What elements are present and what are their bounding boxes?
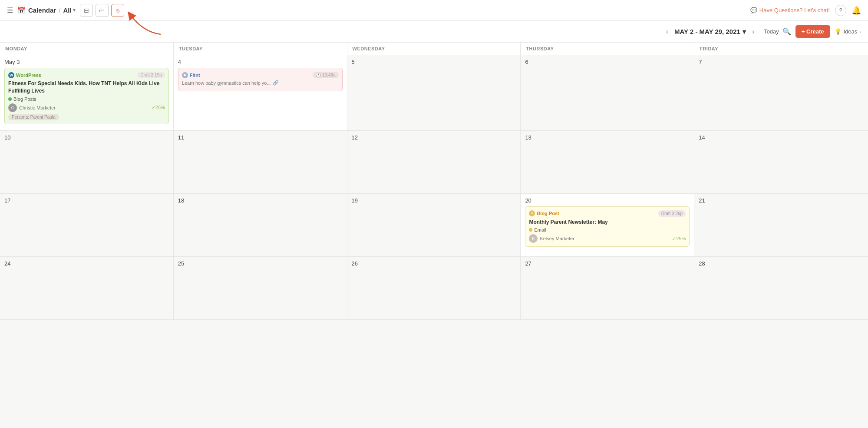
day-num-10: 10 xyxy=(4,134,169,141)
event-status-time: 🕐 10:46a xyxy=(313,72,339,78)
nav-icons: ⊟ ▭ ⎋ xyxy=(80,4,124,17)
event-status-blog: Draft 2:26p xyxy=(658,210,686,217)
calendar-range-title[interactable]: MAY 2 - MAY 29, 2021 ▾ xyxy=(674,28,746,36)
event-header-fltnt: ▶ Fltnt 🕐 10:46a xyxy=(182,72,339,78)
cell-may14: 14 xyxy=(694,131,868,193)
search-button[interactable]: 🔍 xyxy=(782,27,791,36)
header-monday: MONDAY xyxy=(0,43,174,55)
calendar-grid: MONDAY TUESDAY WEDNESDAY THURSDAY FRIDAY… xyxy=(0,43,868,320)
next-period-button[interactable]: › xyxy=(750,26,756,37)
day-num-13: 13 xyxy=(525,134,690,141)
assignee-name: Christie Marketer xyxy=(19,105,152,110)
blog-icon: ≡ xyxy=(529,210,535,216)
range-chevron: ▾ xyxy=(743,28,746,36)
fltnt-icon: ▶ xyxy=(182,72,188,78)
event-footer-blog: K Kelsey Marketer ✓25% xyxy=(529,234,686,243)
help-icon: ? xyxy=(839,7,842,13)
help-button[interactable]: ? xyxy=(835,5,846,16)
share-button[interactable]: ⎋ xyxy=(111,4,124,17)
brand-name-fltnt: Fltnt xyxy=(190,73,200,78)
event-header-blog: ≡ Blog Post Draft 2:26p xyxy=(529,210,686,217)
header-tuesday: TUESDAY xyxy=(174,43,347,55)
brand-name-wordpress: WordPress xyxy=(16,73,41,78)
day-num-26: 26 xyxy=(352,260,516,267)
assignee-kelsey: Kelsey Marketer xyxy=(540,236,672,241)
today-button[interactable]: Today xyxy=(760,27,782,36)
top-nav: ☰ 📅 Calendar / All ▾ ⊟ ▭ ⎋ xyxy=(0,0,868,21)
ideas-label: Ideas xyxy=(844,28,858,35)
progress-25: ✓25% xyxy=(152,105,165,110)
cell-may6: 6 xyxy=(521,55,694,130)
event-wordpress[interactable]: W WordPress Draft 2:19p Fitness For Spec… xyxy=(4,68,169,124)
week-3: 17 18 19 20 ≡ Blog Post Draft 2:26p xyxy=(0,194,868,257)
hamburger-icon[interactable]: ☰ xyxy=(7,6,13,14)
cell-may18: 18 xyxy=(174,194,347,256)
event-blogpost[interactable]: ≡ Blog Post Draft 2:26p Monthly Parent N… xyxy=(525,206,690,247)
day-num-28: 28 xyxy=(699,260,864,267)
event-desc-text: Learn how baby gymnastics can help yo... xyxy=(182,80,271,86)
all-filter[interactable]: All ▾ xyxy=(63,7,75,14)
cal-nav-right: 🔍 + Create 💡 Ideas › xyxy=(782,25,861,38)
clock-icon: 🕐 xyxy=(316,73,321,77)
chat-link[interactable]: 💬 Have Questions? Let's chat! xyxy=(750,7,830,13)
day-num-19: 19 xyxy=(352,197,516,204)
top-nav-left: ☰ 📅 Calendar / All ▾ ⊟ ▭ ⎋ xyxy=(7,4,750,17)
category-dot xyxy=(8,97,12,101)
cell-may26: 26 xyxy=(347,257,521,319)
prev-period-button[interactable]: ‹ xyxy=(664,26,670,37)
cell-may12: 12 xyxy=(347,131,521,193)
create-button[interactable]: + Create xyxy=(795,25,830,38)
day-num-21: 21 xyxy=(699,197,864,204)
event-category-email: Email xyxy=(529,227,686,232)
cell-may4: 4 ▶ Fltnt 🕐 10:46a Learn how baby gym xyxy=(174,55,347,130)
breadcrumb-sep: / xyxy=(59,7,60,14)
calendar-weeks: May 3 W WordPress Draft 2:19p Fitness Fo… xyxy=(0,55,868,320)
desktop-icon: ▭ xyxy=(99,7,105,14)
cell-may20: 20 ≡ Blog Post Draft 2:26p Monthly Paren… xyxy=(521,194,694,256)
avatar-christie: C xyxy=(8,103,17,112)
cell-may25: 25 xyxy=(174,257,347,319)
search-icon: 🔍 xyxy=(782,28,791,35)
cell-may5: 5 xyxy=(347,55,521,130)
day-num-27: 27 xyxy=(525,260,690,267)
event-brand-wordpress: W WordPress xyxy=(8,72,41,78)
event-title-newsletter: Monthly Parent Newsletter: May xyxy=(529,219,686,226)
desktop-view-button[interactable]: ▭ xyxy=(96,4,109,17)
cell-may13: 13 xyxy=(521,131,694,193)
day-num-18: 18 xyxy=(178,197,343,204)
day-num-4: 4 xyxy=(178,59,343,65)
ideas-button[interactable]: 💡 Ideas › xyxy=(835,28,861,35)
event-fltnt[interactable]: ▶ Fltnt 🕐 10:46a Learn how baby gymnasti… xyxy=(178,68,343,91)
cell-may24: 24 xyxy=(0,257,174,319)
ideas-chevron: › xyxy=(859,29,861,34)
all-label: All xyxy=(63,7,71,14)
persona-tag: Persona: Parent Paula xyxy=(8,114,59,120)
link-icon: 🔗 xyxy=(273,80,279,86)
chat-label: Have Questions? Let's chat! xyxy=(759,7,830,13)
calendar-nav: ‹ MAY 2 - MAY 29, 2021 ▾ › Today 🔍 + Cre… xyxy=(0,21,868,43)
week-4: 24 25 26 27 28 xyxy=(0,257,868,320)
day-num-may3: May 3 xyxy=(4,59,169,65)
header-thursday: THURSDAY xyxy=(521,43,694,55)
event-footer-1: C Christie Marketer ✓25% xyxy=(8,103,165,112)
week-1: May 3 W WordPress Draft 2:19p Fitness Fo… xyxy=(0,55,868,131)
avatar-kelsey: K xyxy=(529,234,538,243)
event-category-blog: Blog Posts xyxy=(8,96,165,102)
day-num-20: 20 xyxy=(525,197,690,204)
brand-name-blog: Blog Post xyxy=(537,211,559,216)
filter-button[interactable]: ⊟ xyxy=(80,4,93,17)
cell-may17: 17 xyxy=(0,194,174,256)
header-wednesday: WEDNESDAY xyxy=(347,43,521,55)
cell-may11: 11 xyxy=(174,131,347,193)
cell-may27: 27 xyxy=(521,257,694,319)
calendar-header-row: MONDAY TUESDAY WEDNESDAY THURSDAY FRIDAY xyxy=(0,43,868,55)
cell-may3: May 3 W WordPress Draft 2:19p Fitness Fo… xyxy=(0,55,174,130)
event-header: W WordPress Draft 2:19p xyxy=(8,72,165,78)
bell-icon[interactable]: 🔔 xyxy=(851,6,861,15)
top-nav-right: 💬 Have Questions? Let's chat! ? 🔔 xyxy=(750,5,861,16)
cell-may19: 19 xyxy=(347,194,521,256)
share-icon: ⎋ xyxy=(116,7,119,14)
event-desc-fltnt: Learn how baby gymnastics can help yo...… xyxy=(182,80,339,86)
day-num-14: 14 xyxy=(699,134,864,141)
event-brand-blog: ≡ Blog Post xyxy=(529,210,559,216)
